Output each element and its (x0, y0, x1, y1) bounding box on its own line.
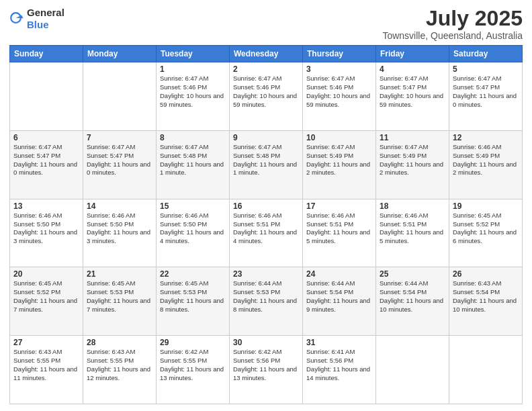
logo-icon (9, 11, 24, 26)
day-number: 23 (233, 269, 299, 279)
day-info: Sunrise: 6:45 AMSunset: 5:52 PMDaylight:… (13, 279, 79, 314)
day-info: Sunrise: 6:43 AMSunset: 5:55 PMDaylight:… (87, 348, 152, 382)
day-info: Sunrise: 6:45 AMSunset: 5:53 PMDaylight:… (87, 279, 152, 314)
calendar-cell: 7Sunrise: 6:47 AMSunset: 5:47 PMDaylight… (83, 130, 157, 199)
day-info: Sunrise: 6:42 AMSunset: 5:56 PMDaylight:… (233, 348, 299, 382)
day-number: 12 (453, 133, 519, 142)
calendar-cell: 9Sunrise: 6:47 AMSunset: 5:48 PMDaylight… (230, 130, 303, 199)
day-info: Sunrise: 6:47 AMSunset: 5:49 PMDaylight:… (380, 143, 445, 177)
day-info: Sunrise: 6:42 AMSunset: 5:55 PMDaylight:… (160, 348, 226, 382)
day-number: 20 (13, 269, 79, 279)
subtitle: Townsville, Queensland, Australia (382, 30, 523, 41)
day-header-saturday: Saturday (449, 46, 523, 62)
day-number: 4 (380, 64, 445, 74)
day-number: 6 (13, 133, 79, 142)
calendar-cell: 30Sunrise: 6:42 AMSunset: 5:56 PMDayligh… (230, 336, 303, 404)
calendar-cell: 21Sunrise: 6:45 AMSunset: 5:53 PMDayligh… (83, 267, 157, 336)
calendar-cell: 2Sunrise: 6:47 AMSunset: 5:46 PMDaylight… (230, 62, 303, 131)
calendar-cell: 19Sunrise: 6:45 AMSunset: 5:52 PMDayligh… (449, 199, 523, 267)
day-info: Sunrise: 6:45 AMSunset: 5:53 PMDaylight:… (160, 279, 226, 314)
day-number: 7 (87, 133, 152, 142)
week-row-1: 1Sunrise: 6:47 AMSunset: 5:46 PMDaylight… (10, 62, 523, 131)
day-info: Sunrise: 6:47 AMSunset: 5:49 PMDaylight:… (306, 143, 372, 177)
calendar-cell: 18Sunrise: 6:46 AMSunset: 5:51 PMDayligh… (376, 199, 449, 267)
day-info: Sunrise: 6:43 AMSunset: 5:55 PMDaylight:… (13, 348, 79, 382)
day-number: 11 (380, 133, 445, 142)
day-number: 2 (233, 64, 299, 74)
day-header-sunday: Sunday (10, 46, 83, 62)
logo-general: General (27, 7, 64, 18)
calendar-cell: 20Sunrise: 6:45 AMSunset: 5:52 PMDayligh… (10, 267, 83, 336)
week-row-3: 13Sunrise: 6:46 AMSunset: 5:50 PMDayligh… (10, 199, 523, 267)
day-info: Sunrise: 6:46 AMSunset: 5:49 PMDaylight:… (453, 143, 519, 177)
calendar-cell (376, 336, 449, 404)
day-info: Sunrise: 6:46 AMSunset: 5:50 PMDaylight:… (160, 212, 226, 246)
calendar-cell: 28Sunrise: 6:43 AMSunset: 5:55 PMDayligh… (83, 336, 157, 404)
calendar-cell (10, 62, 83, 131)
calendar-cell (83, 62, 157, 131)
day-info: Sunrise: 6:41 AMSunset: 5:56 PMDaylight:… (306, 348, 372, 382)
day-info: Sunrise: 6:47 AMSunset: 5:47 PMDaylight:… (87, 143, 152, 177)
day-info: Sunrise: 6:45 AMSunset: 5:52 PMDaylight:… (453, 212, 519, 246)
day-number: 25 (380, 269, 445, 279)
day-info: Sunrise: 6:46 AMSunset: 5:51 PMDaylight:… (233, 212, 299, 246)
day-number: 26 (453, 269, 519, 279)
day-number: 8 (160, 133, 226, 142)
day-number: 13 (13, 201, 79, 211)
day-header-wednesday: Wednesday (230, 46, 303, 62)
day-number: 30 (233, 338, 299, 347)
calendar-cell: 13Sunrise: 6:46 AMSunset: 5:50 PMDayligh… (10, 199, 83, 267)
day-info: Sunrise: 6:47 AMSunset: 5:46 PMDaylight:… (160, 75, 226, 109)
calendar-cell: 22Sunrise: 6:45 AMSunset: 5:53 PMDayligh… (157, 267, 230, 336)
header: General Blue July 2025 Townsville, Queen… (9, 7, 523, 41)
day-info: Sunrise: 6:47 AMSunset: 5:48 PMDaylight:… (233, 143, 299, 177)
day-info: Sunrise: 6:43 AMSunset: 5:54 PMDaylight:… (453, 279, 519, 314)
calendar-cell: 31Sunrise: 6:41 AMSunset: 5:56 PMDayligh… (303, 336, 376, 404)
calendar-cell: 27Sunrise: 6:43 AMSunset: 5:55 PMDayligh… (10, 336, 83, 404)
calendar-header-row: SundayMondayTuesdayWednesdayThursdayFrid… (10, 46, 523, 62)
day-info: Sunrise: 6:47 AMSunset: 5:47 PMDaylight:… (453, 75, 519, 109)
day-info: Sunrise: 6:47 AMSunset: 5:46 PMDaylight:… (233, 75, 299, 109)
calendar-cell: 10Sunrise: 6:47 AMSunset: 5:49 PMDayligh… (303, 130, 376, 199)
calendar-cell: 26Sunrise: 6:43 AMSunset: 5:54 PMDayligh… (449, 267, 523, 336)
day-info: Sunrise: 6:47 AMSunset: 5:47 PMDaylight:… (13, 143, 79, 177)
logo-text: General Blue (27, 7, 64, 31)
calendar-cell: 24Sunrise: 6:44 AMSunset: 5:54 PMDayligh… (303, 267, 376, 336)
title-block: July 2025 Townsville, Queensland, Austra… (382, 7, 523, 41)
day-info: Sunrise: 6:44 AMSunset: 5:54 PMDaylight:… (380, 279, 445, 314)
day-number: 1 (160, 64, 226, 74)
day-info: Sunrise: 6:46 AMSunset: 5:51 PMDaylight:… (306, 212, 372, 246)
day-info: Sunrise: 6:46 AMSunset: 5:50 PMDaylight:… (87, 212, 152, 246)
calendar-cell: 25Sunrise: 6:44 AMSunset: 5:54 PMDayligh… (376, 267, 449, 336)
day-info: Sunrise: 6:44 AMSunset: 5:54 PMDaylight:… (306, 279, 372, 314)
calendar-cell (449, 336, 523, 404)
day-number: 14 (87, 201, 152, 211)
week-row-4: 20Sunrise: 6:45 AMSunset: 5:52 PMDayligh… (10, 267, 523, 336)
day-info: Sunrise: 6:44 AMSunset: 5:53 PMDaylight:… (233, 279, 299, 314)
calendar-cell: 3Sunrise: 6:47 AMSunset: 5:46 PMDaylight… (303, 62, 376, 131)
week-row-5: 27Sunrise: 6:43 AMSunset: 5:55 PMDayligh… (10, 336, 523, 404)
calendar-cell: 6Sunrise: 6:47 AMSunset: 5:47 PMDaylight… (10, 130, 83, 199)
day-number: 21 (87, 269, 152, 279)
day-number: 9 (233, 133, 299, 142)
calendar-cell: 17Sunrise: 6:46 AMSunset: 5:51 PMDayligh… (303, 199, 376, 267)
week-row-2: 6Sunrise: 6:47 AMSunset: 5:47 PMDaylight… (10, 130, 523, 199)
day-number: 24 (306, 269, 372, 279)
calendar-cell: 5Sunrise: 6:47 AMSunset: 5:47 PMDaylight… (449, 62, 523, 131)
day-info: Sunrise: 6:46 AMSunset: 5:50 PMDaylight:… (13, 212, 79, 246)
day-number: 5 (453, 64, 519, 74)
day-number: 22 (160, 269, 226, 279)
logo-blue: Blue (27, 19, 49, 30)
day-info: Sunrise: 6:47 AMSunset: 5:46 PMDaylight:… (306, 75, 372, 109)
day-number: 15 (160, 201, 226, 211)
day-number: 27 (13, 338, 79, 347)
calendar-cell: 16Sunrise: 6:46 AMSunset: 5:51 PMDayligh… (230, 199, 303, 267)
day-number: 28 (87, 338, 152, 347)
day-info: Sunrise: 6:47 AMSunset: 5:48 PMDaylight:… (160, 143, 226, 177)
day-number: 17 (306, 201, 372, 211)
calendar-cell: 14Sunrise: 6:46 AMSunset: 5:50 PMDayligh… (83, 199, 157, 267)
calendar-cell: 1Sunrise: 6:47 AMSunset: 5:46 PMDaylight… (157, 62, 230, 131)
day-number: 3 (306, 64, 372, 74)
calendar-cell: 8Sunrise: 6:47 AMSunset: 5:48 PMDaylight… (157, 130, 230, 199)
day-number: 31 (306, 338, 372, 347)
